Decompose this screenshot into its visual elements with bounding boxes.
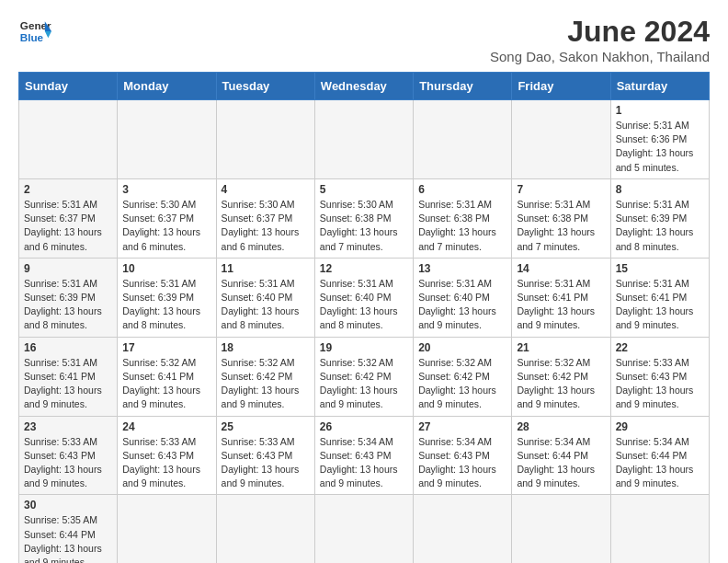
day-info: Sunrise: 5:31 AMSunset: 6:40 PMDaylight:… [418,277,506,333]
location-subtitle: Song Dao, Sakon Nakhon, Thailand [490,49,710,64]
weekday-header-friday: Friday [512,73,610,100]
day-info: Sunrise: 5:31 AMSunset: 6:36 PMDaylight:… [616,119,704,175]
day-info: Sunrise: 5:31 AMSunset: 6:38 PMDaylight:… [517,198,605,254]
day-number: 3 [122,183,210,196]
calendar-cell [314,100,413,179]
calendar-cell: 7Sunrise: 5:31 AMSunset: 6:38 PMDaylight… [512,178,610,258]
calendar-cell: 22Sunrise: 5:33 AMSunset: 6:43 PMDayligh… [610,337,709,416]
day-number: 6 [418,183,506,196]
calendar-cell: 8Sunrise: 5:31 AMSunset: 6:39 PMDaylight… [610,178,709,258]
calendar-cell: 28Sunrise: 5:34 AMSunset: 6:44 PMDayligh… [512,416,610,495]
day-number: 21 [517,341,605,354]
calendar-cell: 9Sunrise: 5:31 AMSunset: 6:39 PMDaylight… [19,258,118,337]
day-number: 10 [122,262,210,275]
day-number: 17 [122,341,210,354]
calendar-cell: 27Sunrise: 5:34 AMSunset: 6:43 PMDayligh… [414,416,512,495]
weekday-header-wednesday: Wednesday [314,73,413,100]
calendar-cell: 29Sunrise: 5:34 AMSunset: 6:44 PMDayligh… [610,416,709,495]
calendar-cell [414,100,512,179]
day-info: Sunrise: 5:32 AMSunset: 6:42 PMDaylight:… [222,356,310,412]
calendar-week-2: 9Sunrise: 5:31 AMSunset: 6:39 PMDaylight… [19,258,710,337]
day-number: 29 [616,420,704,433]
day-number: 9 [24,262,112,275]
svg-text:Blue: Blue [20,31,44,43]
calendar-week-3: 16Sunrise: 5:31 AMSunset: 6:41 PMDayligh… [19,337,710,416]
calendar-cell [314,495,413,563]
calendar-week-0: 1Sunrise: 5:31 AMSunset: 6:36 PMDaylight… [19,100,710,179]
calendar-cell [19,100,118,179]
calendar-cell: 19Sunrise: 5:32 AMSunset: 6:42 PMDayligh… [314,337,413,416]
weekday-header-thursday: Thursday [414,73,512,100]
calendar-cell: 10Sunrise: 5:31 AMSunset: 6:39 PMDayligh… [118,258,216,337]
calendar-cell: 13Sunrise: 5:31 AMSunset: 6:40 PMDayligh… [414,258,512,337]
calendar-cell: 4Sunrise: 5:30 AMSunset: 6:37 PMDaylight… [216,178,314,258]
calendar-cell: 14Sunrise: 5:31 AMSunset: 6:41 PMDayligh… [512,258,610,337]
calendar-cell: 12Sunrise: 5:31 AMSunset: 6:40 PMDayligh… [314,258,413,337]
day-number: 5 [320,183,408,196]
day-number: 7 [517,183,605,196]
calendar-cell: 3Sunrise: 5:30 AMSunset: 6:37 PMDaylight… [118,178,216,258]
weekday-header-row: SundayMondayTuesdayWednesdayThursdayFrid… [19,73,710,100]
weekday-header-saturday: Saturday [610,73,709,100]
day-info: Sunrise: 5:30 AMSunset: 6:37 PMDaylight:… [122,198,210,254]
calendar-cell: 6Sunrise: 5:31 AMSunset: 6:38 PMDaylight… [414,178,512,258]
calendar-cell: 18Sunrise: 5:32 AMSunset: 6:42 PMDayligh… [216,337,314,416]
day-number: 4 [222,183,310,196]
calendar-cell: 21Sunrise: 5:32 AMSunset: 6:42 PMDayligh… [512,337,610,416]
day-number: 16 [24,341,112,354]
day-info: Sunrise: 5:32 AMSunset: 6:42 PMDaylight:… [320,356,408,412]
day-info: Sunrise: 5:34 AMSunset: 6:43 PMDaylight:… [320,435,408,491]
day-number: 25 [222,420,310,433]
day-info: Sunrise: 5:33 AMSunset: 6:43 PMDaylight:… [24,435,112,491]
day-number: 23 [24,420,112,433]
day-info: Sunrise: 5:31 AMSunset: 6:38 PMDaylight:… [418,198,506,254]
day-info: Sunrise: 5:33 AMSunset: 6:43 PMDaylight:… [122,435,210,491]
svg-marker-3 [45,31,51,38]
calendar-body: 1Sunrise: 5:31 AMSunset: 6:36 PMDaylight… [19,100,710,564]
day-number: 1 [616,104,704,117]
calendar-cell [512,495,610,563]
calendar-cell: 11Sunrise: 5:31 AMSunset: 6:40 PMDayligh… [216,258,314,337]
day-number: 26 [320,420,408,433]
day-info: Sunrise: 5:31 AMSunset: 6:39 PMDaylight:… [24,277,112,333]
day-number: 11 [222,262,310,275]
generalblue-logo-icon: General Blue [18,15,51,48]
calendar-cell: 15Sunrise: 5:31 AMSunset: 6:41 PMDayligh… [610,258,709,337]
calendar-cell [216,100,314,179]
calendar-cell [414,495,512,563]
day-info: Sunrise: 5:34 AMSunset: 6:44 PMDaylight:… [616,435,704,491]
calendar-cell: 23Sunrise: 5:33 AMSunset: 6:43 PMDayligh… [19,416,118,495]
calendar-cell [118,100,216,179]
calendar-header: SundayMondayTuesdayWednesdayThursdayFrid… [19,73,710,100]
calendar-cell [512,100,610,179]
day-info: Sunrise: 5:35 AMSunset: 6:44 PMDaylight:… [24,513,112,563]
day-info: Sunrise: 5:32 AMSunset: 6:41 PMDaylight:… [122,356,210,412]
day-number: 15 [616,262,704,275]
day-number: 2 [24,183,112,196]
day-number: 27 [418,420,506,433]
calendar-cell: 25Sunrise: 5:33 AMSunset: 6:43 PMDayligh… [216,416,314,495]
day-number: 24 [122,420,210,433]
day-info: Sunrise: 5:34 AMSunset: 6:44 PMDaylight:… [517,435,605,491]
day-number: 30 [24,499,112,511]
calendar-week-1: 2Sunrise: 5:31 AMSunset: 6:37 PMDaylight… [19,178,710,258]
calendar-cell: 30Sunrise: 5:35 AMSunset: 6:44 PMDayligh… [19,495,118,563]
day-info: Sunrise: 5:31 AMSunset: 6:39 PMDaylight:… [616,198,704,254]
day-info: Sunrise: 5:31 AMSunset: 6:41 PMDaylight:… [517,277,605,333]
calendar-cell: 20Sunrise: 5:32 AMSunset: 6:42 PMDayligh… [414,337,512,416]
weekday-header-monday: Monday [118,73,216,100]
calendar-table: SundayMondayTuesdayWednesdayThursdayFrid… [18,72,710,563]
weekday-header-tuesday: Tuesday [216,73,314,100]
day-number: 8 [616,183,704,196]
day-info: Sunrise: 5:33 AMSunset: 6:43 PMDaylight:… [222,435,310,491]
calendar-cell: 2Sunrise: 5:31 AMSunset: 6:37 PMDaylight… [19,178,118,258]
day-info: Sunrise: 5:31 AMSunset: 6:40 PMDaylight:… [222,277,310,333]
day-info: Sunrise: 5:30 AMSunset: 6:37 PMDaylight:… [222,198,310,254]
day-info: Sunrise: 5:31 AMSunset: 6:39 PMDaylight:… [122,277,210,333]
calendar-week-4: 23Sunrise: 5:33 AMSunset: 6:43 PMDayligh… [19,416,710,495]
calendar-cell: 17Sunrise: 5:32 AMSunset: 6:41 PMDayligh… [118,337,216,416]
calendar-cell: 26Sunrise: 5:34 AMSunset: 6:43 PMDayligh… [314,416,413,495]
day-number: 20 [418,341,506,354]
calendar-cell: 24Sunrise: 5:33 AMSunset: 6:43 PMDayligh… [118,416,216,495]
day-info: Sunrise: 5:32 AMSunset: 6:42 PMDaylight:… [418,356,506,412]
